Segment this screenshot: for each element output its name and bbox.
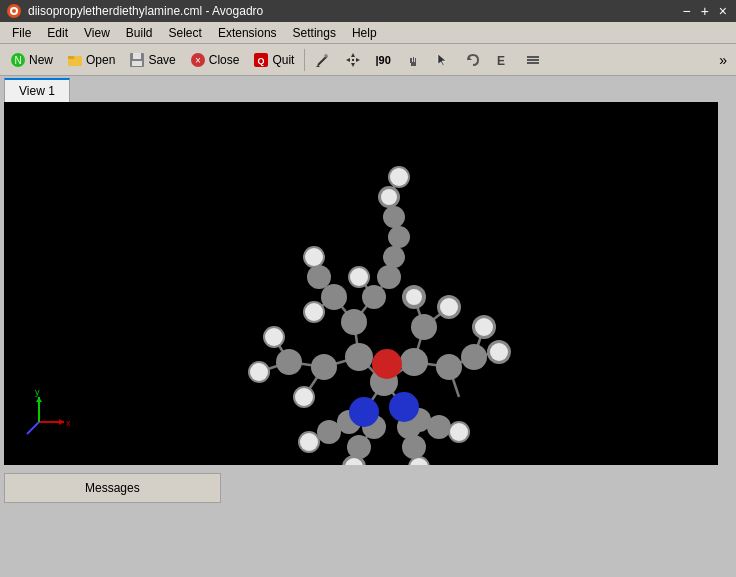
open-icon: [67, 52, 83, 68]
close-file-icon: ×: [190, 52, 206, 68]
svg-point-131: [440, 298, 458, 316]
svg-text:Q: Q: [258, 56, 265, 66]
svg-point-130: [305, 303, 323, 321]
svg-text:×: ×: [195, 55, 201, 66]
element-tool-button[interactable]: E: [489, 49, 517, 71]
view-tab-1[interactable]: View 1: [4, 78, 70, 102]
svg-point-82: [411, 314, 437, 340]
svg-text:E: E: [497, 54, 505, 68]
svg-point-126: [300, 433, 318, 451]
svg-rect-8: [133, 53, 141, 59]
svg-point-116: [389, 392, 419, 422]
svg-point-85: [321, 284, 347, 310]
open-label: Open: [86, 53, 115, 67]
toolbar: N New Open Save × Close Q Quit: [0, 44, 736, 76]
save-button[interactable]: Save: [123, 49, 181, 71]
menu-item-select[interactable]: Select: [161, 24, 210, 42]
hand-icon: [405, 52, 421, 68]
svg-point-117: [305, 248, 323, 266]
cursor-icon: [435, 52, 451, 68]
svg-point-75: [345, 343, 373, 371]
minimize-button[interactable]: −: [679, 3, 693, 19]
menu-item-view[interactable]: View: [76, 24, 118, 42]
svg-point-129: [350, 268, 368, 286]
svg-text:N: N: [14, 55, 21, 66]
menubar: FileEditViewBuildSelectExtensionsSetting…: [0, 22, 736, 44]
tab-label: View 1: [19, 84, 55, 98]
maximize-button[interactable]: +: [698, 3, 712, 19]
svg-point-77: [311, 354, 337, 380]
svg-point-78: [436, 354, 462, 380]
molecule-viewport[interactable]: x y: [4, 102, 718, 465]
svg-point-93: [383, 246, 405, 268]
svg-rect-9: [132, 61, 142, 66]
svg-point-94: [388, 226, 410, 248]
new-label: New: [29, 53, 53, 67]
hand-tool-button[interactable]: [399, 49, 427, 71]
svg-point-105: [402, 435, 426, 459]
quit-icon: Q: [253, 52, 269, 68]
bond-tool-button[interactable]: [519, 49, 547, 71]
svg-marker-20: [356, 58, 360, 62]
svg-point-79: [276, 349, 302, 375]
quit-label: Quit: [272, 53, 294, 67]
svg-point-123: [265, 328, 283, 346]
new-button[interactable]: N New: [4, 49, 59, 71]
save-label: Save: [148, 53, 175, 67]
menu-item-edit[interactable]: Edit: [39, 24, 76, 42]
menu-item-settings[interactable]: Settings: [285, 24, 344, 42]
bond-icon: [525, 52, 541, 68]
svg-point-90: [377, 265, 401, 289]
titlebar-controls: − + ×: [679, 3, 730, 19]
svg-point-132: [406, 289, 422, 305]
svg-marker-18: [351, 63, 355, 67]
tab-bar: View 1: [0, 76, 736, 102]
close-file-button[interactable]: × Close: [184, 49, 246, 71]
messages-button[interactable]: Messages: [4, 473, 221, 503]
cross-arrow-icon: [345, 52, 361, 68]
new-icon: N: [10, 52, 26, 68]
svg-point-95: [383, 206, 405, 228]
svg-point-125: [450, 423, 468, 441]
angle-label: |90: [375, 54, 390, 66]
pencil-icon: [315, 52, 331, 68]
svg-marker-15: [316, 65, 320, 67]
undo-button[interactable]: [459, 49, 487, 71]
menu-item-build[interactable]: Build: [118, 24, 161, 42]
svg-point-122: [250, 363, 268, 381]
molecule-display: x y: [4, 102, 718, 465]
titlebar: diisopropyletherdiethylamine.cml - Avoga…: [0, 0, 736, 22]
svg-text:x: x: [66, 418, 71, 428]
save-icon: [129, 52, 145, 68]
svg-text:y: y: [35, 387, 40, 397]
svg-point-86: [362, 285, 386, 309]
svg-point-104: [427, 415, 451, 439]
titlebar-left: diisopropyletherdiethylamine.cml - Avoga…: [6, 3, 263, 19]
quit-button[interactable]: Q Quit: [247, 49, 300, 71]
toolbar-expand-button[interactable]: »: [714, 49, 732, 71]
svg-point-121: [475, 318, 493, 336]
svg-point-124: [295, 388, 313, 406]
menu-item-extensions[interactable]: Extensions: [210, 24, 285, 42]
svg-rect-6: [68, 56, 74, 59]
angle-button[interactable]: |90: [369, 51, 396, 69]
open-button[interactable]: Open: [61, 49, 121, 71]
svg-marker-23: [438, 54, 446, 66]
navigate-button[interactable]: [339, 49, 367, 71]
svg-point-80: [461, 344, 487, 370]
app-icon: [6, 3, 22, 19]
selection-button[interactable]: [429, 49, 457, 71]
element-icon: E: [495, 52, 511, 68]
main-container: x y Messages: [0, 102, 736, 511]
svg-marker-19: [346, 58, 350, 62]
svg-marker-17: [351, 53, 355, 57]
close-label: Close: [209, 53, 240, 67]
menu-item-file[interactable]: File: [4, 24, 39, 42]
draw-tool-button[interactable]: [309, 49, 337, 71]
menu-item-help[interactable]: Help: [344, 24, 385, 42]
svg-point-81: [341, 309, 367, 335]
close-button[interactable]: ×: [716, 3, 730, 19]
svg-point-114: [372, 349, 402, 379]
expand-icon: »: [719, 52, 727, 68]
toolbar-separator-1: [304, 49, 305, 71]
